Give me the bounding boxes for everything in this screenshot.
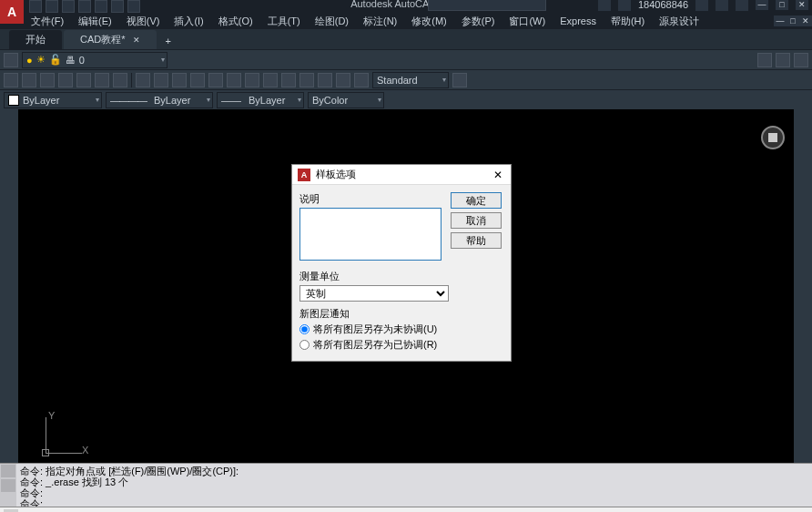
- color-dropdown[interactable]: ByLayer: [4, 92, 102, 108]
- minimize-button[interactable]: —: [756, 0, 768, 10]
- dim-diameter-icon[interactable]: [208, 73, 223, 87]
- view-cube[interactable]: [761, 126, 785, 149]
- qat-open-icon[interactable]: [46, 0, 58, 13]
- rt-explode-icon[interactable]: [795, 343, 811, 358]
- rt-chamfer-icon[interactable]: [795, 312, 811, 327]
- rt-mirror-icon[interactable]: [795, 142, 811, 157]
- dimtedit-icon[interactable]: [354, 73, 369, 87]
- unit-dropdown[interactable]: 英制: [299, 285, 449, 302]
- qat-saveas-icon[interactable]: [78, 0, 91, 13]
- menu-insert[interactable]: 插入(I): [167, 13, 210, 30]
- rt-copy-icon[interactable]: [795, 127, 811, 141]
- plotstyle-dropdown[interactable]: ByColor: [308, 92, 384, 108]
- radio-unreconciled[interactable]: [299, 324, 310, 334]
- rt-break-icon[interactable]: [795, 282, 811, 296]
- rt-array-icon[interactable]: [795, 173, 811, 188]
- lt-gradient-icon[interactable]: [1, 343, 17, 358]
- linetype-dropdown[interactable]: ———— ByLayer: [106, 92, 213, 108]
- help-button[interactable]: 帮助: [451, 232, 502, 249]
- command-text[interactable]: 命令: 指定对角点或 [栏选(F)/圈围(WP)/圈交(CP)]: 命令: _.…: [16, 464, 812, 507]
- dialog-titlebar[interactable]: A 样板选项 ✕: [292, 165, 511, 185]
- signin-icon[interactable]: [598, 0, 611, 11]
- lt-region-icon[interactable]: [1, 359, 17, 374]
- lt-ellipsearc-icon[interactable]: [1, 266, 17, 281]
- menu-tools[interactable]: 工具(T): [260, 13, 308, 30]
- lt-pline-icon[interactable]: [1, 142, 17, 157]
- cart-icon[interactable]: [695, 0, 708, 11]
- menu-edit[interactable]: 编辑(E): [71, 13, 119, 30]
- circle-icon[interactable]: [40, 73, 55, 87]
- tab-add-button[interactable]: +: [158, 33, 178, 49]
- rt-erase-icon[interactable]: [795, 111, 811, 126]
- tolerance-icon[interactable]: [299, 73, 314, 87]
- qat-plot-icon[interactable]: [95, 0, 107, 13]
- polyline-icon[interactable]: [22, 73, 36, 87]
- cancel-button[interactable]: 取消: [451, 212, 502, 229]
- menu-dimension[interactable]: 标注(N): [356, 13, 404, 30]
- dimstyle-dropdown[interactable]: Standard: [372, 72, 449, 88]
- rt-rotate-icon[interactable]: [795, 204, 811, 219]
- rt-stretch-icon[interactable]: [795, 235, 811, 250]
- rect-icon[interactable]: [76, 73, 91, 87]
- rt-fillet-icon[interactable]: [795, 328, 811, 343]
- rt-join-icon[interactable]: [795, 297, 811, 312]
- lt-point-icon[interactable]: [1, 312, 17, 327]
- rt-extend-icon[interactable]: [795, 266, 811, 281]
- lt-insert-icon[interactable]: [1, 282, 17, 296]
- cmd-prompt-icon[interactable]: [4, 509, 18, 513]
- search-input[interactable]: [428, 0, 546, 11]
- user-icon[interactable]: [618, 0, 631, 11]
- tab-close-icon[interactable]: ✕: [133, 36, 140, 45]
- doc-restore-button[interactable]: □: [787, 15, 799, 26]
- lt-hatch-icon[interactable]: [1, 328, 17, 343]
- menu-view[interactable]: 视图(V): [119, 13, 167, 30]
- doc-minimize-button[interactable]: —: [774, 15, 787, 26]
- dimstyle-icon[interactable]: [452, 73, 467, 87]
- dimedit-icon[interactable]: [336, 73, 350, 87]
- lt-revcloud-icon[interactable]: [1, 220, 17, 234]
- menu-file[interactable]: 文件(F): [24, 13, 71, 30]
- rt-scale-icon[interactable]: [795, 220, 811, 234]
- description-textarea[interactable]: [299, 208, 442, 261]
- qat-redo-icon[interactable]: [127, 0, 140, 13]
- centermark-icon[interactable]: [318, 73, 332, 87]
- menu-window[interactable]: 窗口(W): [502, 13, 553, 30]
- qat-save-icon[interactable]: [62, 0, 75, 13]
- lt-block-icon[interactable]: [1, 297, 17, 312]
- rt-move-icon[interactable]: [795, 189, 811, 203]
- lt-circle-icon[interactable]: [1, 204, 17, 219]
- dim-ordinate-icon[interactable]: [263, 73, 278, 87]
- menu-format[interactable]: 格式(O): [211, 13, 260, 30]
- tab-start[interactable]: 开始: [9, 30, 62, 49]
- app-logo[interactable]: A: [0, 0, 24, 24]
- dim-radius-icon[interactable]: [190, 73, 205, 87]
- layer-iso-icon[interactable]: [776, 53, 790, 67]
- dim-angular-icon[interactable]: [172, 73, 187, 87]
- qat-undo-icon[interactable]: [111, 0, 124, 13]
- lt-table-icon[interactable]: [1, 374, 17, 389]
- tab-document[interactable]: CAD教程*✕: [64, 30, 157, 49]
- lt-line-icon[interactable]: [1, 111, 17, 126]
- radio-reconciled[interactable]: [299, 340, 310, 350]
- hatch-icon[interactable]: [113, 73, 127, 87]
- layer-prev-icon[interactable]: [794, 53, 808, 67]
- help-icon[interactable]: [736, 0, 748, 11]
- dim-continue-icon[interactable]: [227, 73, 241, 87]
- dim-baseline-icon[interactable]: [245, 73, 259, 87]
- arc-icon[interactable]: [58, 73, 73, 87]
- lt-polygon-icon[interactable]: [1, 158, 17, 172]
- dim-aligned-icon[interactable]: [154, 73, 168, 87]
- lt-spline-icon[interactable]: [1, 235, 17, 250]
- doc-close-button[interactable]: ✕: [799, 15, 812, 26]
- lineweight-dropdown[interactable]: —— ByLayer: [217, 92, 304, 108]
- qat-new-icon[interactable]: [29, 0, 42, 13]
- cmd-custom-icon[interactable]: [1, 479, 15, 492]
- ellipse-icon[interactable]: [95, 73, 109, 87]
- command-input[interactable]: saveas: [27, 508, 64, 512]
- lt-mtext-icon[interactable]: [1, 390, 17, 404]
- menu-express[interactable]: Express: [553, 14, 604, 28]
- menu-help[interactable]: 帮助(H): [604, 13, 652, 30]
- lt-arc-icon[interactable]: [1, 189, 17, 203]
- menu-modify[interactable]: 修改(M): [404, 13, 454, 30]
- maximize-button[interactable]: □: [776, 0, 788, 10]
